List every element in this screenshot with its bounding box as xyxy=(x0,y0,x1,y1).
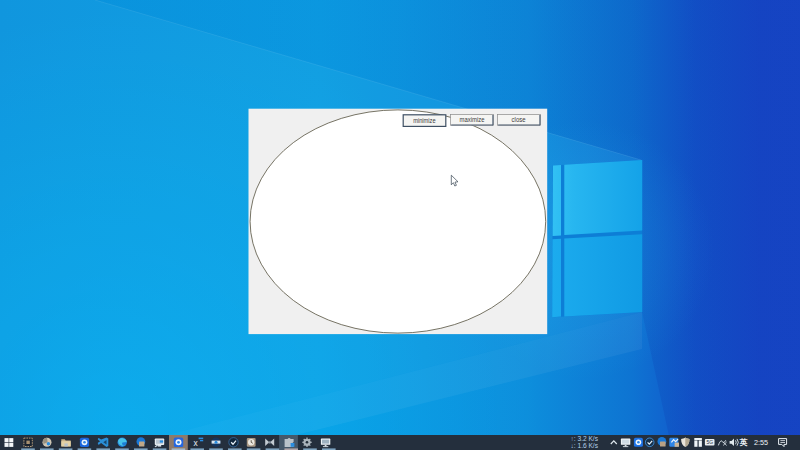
svg-text:5G: 5G xyxy=(706,439,713,445)
svg-text:↑: 3.2 K/s: ↑: 3.2 K/s xyxy=(571,435,599,442)
svg-text:minimize: minimize xyxy=(413,117,436,124)
svg-text:↓: 1.6 K/s: ↓: 1.6 K/s xyxy=(571,442,599,449)
svg-text:maximize: maximize xyxy=(460,116,485,123)
svg-text:close: close xyxy=(512,116,526,123)
svg-text:2:55: 2:55 xyxy=(754,438,768,447)
svg-text:英: 英 xyxy=(739,438,748,447)
